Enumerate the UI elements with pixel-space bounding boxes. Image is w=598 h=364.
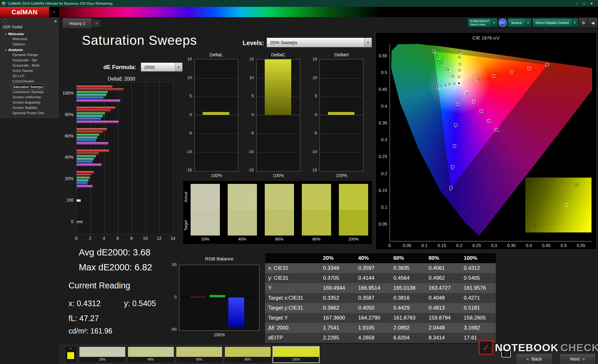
patch-window-preview[interactable]: ▲ [65,346,77,363]
sidebar-collapse-icon[interactable]: ◀ [54,19,56,23]
lbl: Source [508,21,525,25]
x-tick-label: 0.3 [489,243,499,248]
meter-dropdown[interactable]: X-Rite i1Pro 2Direct View ▼ [468,18,497,27]
bar [77,139,96,142]
de-formula-dropdown[interactable]: 2000 ▼ [141,63,183,72]
table-row-label: Target Y [265,313,320,323]
max-de2000-value: Max dE2000: 6.82 [79,262,152,273]
y-tick-label: 0 [308,112,317,117]
sidebar-item-grayscale-multi[interactable]: Grayscale - Multi [12,63,40,68]
x-tick-label: 0.1 [420,243,429,248]
tile-label: 20% [79,357,125,362]
calman-logo[interactable]: CalMAN [0,7,49,17]
calman-window: CalMAN 2019 CalMAN Ultimate for Business… [0,0,598,364]
swatch-100% [339,184,368,236]
x-tick-label: 0 [73,236,79,241]
sidebar-item-luminance-sweeps[interactable]: Luminance Sweeps [12,89,45,95]
y-tick-label: 0.3 [381,137,387,142]
chevron-down-icon[interactable]: ▼ [364,38,372,47]
y-tick-label: 15 [183,57,192,61]
tab-bar: History 1 + X-Rite i1Pro 2Direct View ▼ … [0,17,598,28]
cie-measured-marker [477,78,480,80]
sidebar-item-welcome[interactable]: Welcome [12,36,28,42]
sidebar-item-color-gamut[interactable]: Color Gamut [12,68,34,73]
sidebar-section-analysis[interactable]: ▸Analysis [1,47,58,52]
logo-menu-arrow-icon[interactable]: ▼ [50,10,58,14]
tab-history-1[interactable]: History 1 [63,18,92,28]
sidebar-item-3d-lut[interactable]: 3D LUT [12,73,26,79]
sidebar-item-dynamic-range[interactable]: Dynamic Range [12,52,39,58]
chevron-down-icon[interactable]: ▼ [175,63,182,71]
gridline [257,133,300,134]
y-tick-label: 20% [57,176,74,181]
next-button[interactable]: Next » [560,354,595,363]
rgb-balance-chart [179,265,259,331]
table-cell: 158.2805 [461,313,496,323]
display-control-dropdown[interactable]: Direct Display Control ▼ [533,18,578,27]
bar [77,150,109,152]
sidebar-item-screen-angularity[interactable]: Screen Angularity [12,100,41,105]
y-tick-label: 0.45 [379,87,387,92]
cie-chart-title: CIE 1976 u'v' [376,35,596,40]
swatch-target-half [339,210,368,236]
sidebar-item-spectral-power-dist[interactable]: Spectral Power Dist. [12,110,46,116]
swatch-60% [265,184,294,236]
deltae-y-axis: 100%80%60%40%20%1000 [57,82,75,234]
bar [191,297,206,297]
sidebar-item-grayscale-2pt[interactable]: Grayscale - 2pt [12,58,38,63]
y-tick-label: 10 [308,75,317,80]
swatch-target-half [191,210,220,236]
chevron-down-icon[interactable]: ▼ [572,19,578,27]
table-cell: 0.3352 [320,293,355,303]
levels-dropdown[interactable]: 20% Sweeps ▼ [267,38,372,47]
next-chevrons-icon: » [582,356,585,362]
app-icon [2,2,6,6]
maximize-icon[interactable]: □ [583,2,585,6]
y-tick-label: -5 [183,131,192,135]
swatch-actual-half [265,184,294,210]
session-menu-button[interactable] [3,19,7,23]
cie-measured-marker [453,82,455,85]
chevron-down-icon[interactable]: ▼ [491,19,497,27]
swatch-actual-half [191,184,220,210]
x-tick-label: 0.25 [472,243,481,248]
add-tab-button[interactable]: + [93,20,100,27]
level-tile-80%[interactable]: 80% [225,347,271,362]
table-row-label: Target y:CIE31 [265,303,320,313]
gridline [145,82,146,234]
level-tile-60%[interactable]: 60% [176,347,222,362]
brand-bar: CalMAN ▼ [0,7,598,17]
table-cell: 0.4061 [425,263,461,273]
sidebar-item-options[interactable]: Options [12,42,26,47]
table-header-cell: 60% [390,253,425,263]
level-tile-40%[interactable]: 40% [128,347,174,362]
rgb-y-axis: 500-50 [167,265,178,331]
back-button[interactable]: « Back [517,354,552,363]
bar [77,88,124,91]
y-tick-label: 10 [244,75,254,80]
y-tick-label: 0 [183,112,192,117]
sidebar-section-welcome[interactable]: ▸Welcome [1,31,58,36]
table-cell: 2.2285 [320,333,355,343]
y-tick-label: 5 [183,94,192,98]
sidebar-item-screen-stability[interactable]: Screen Stability [12,105,38,110]
panel-collapse-icon[interactable]: ◀ [589,18,597,27]
sidebar-item-colorchecker[interactable]: ColorChecker [12,79,35,84]
y-tick-label: 0.5 [381,70,387,75]
y-tick-label: -5 [244,131,254,135]
chevron-down-icon[interactable]: ▼ [525,19,531,27]
bar [77,128,107,131]
minimize-icon[interactable]: ─ [576,2,578,6]
level-tile-20%[interactable]: 20% [79,347,125,362]
settings-gear-icon[interactable]: ⚙ [579,18,587,27]
x-tick-label: 12 [156,236,162,241]
cie-measured-marker [453,147,455,149]
y-tick-label: 0.2 [381,171,387,176]
close-icon[interactable]: ✕ [590,2,593,6]
span: Back [531,356,542,362]
level-tile-100%[interactable]: 100% [273,347,319,362]
table-cell: 0.5405 [461,273,496,283]
source-dropdown[interactable]: Source ▼ [508,18,531,27]
sidebar-item-saturation-sweeps[interactable]: Saturation Sweeps [12,84,44,89]
sidebar-item-screen-uniformity[interactable]: Screen Uniformity [12,95,42,100]
